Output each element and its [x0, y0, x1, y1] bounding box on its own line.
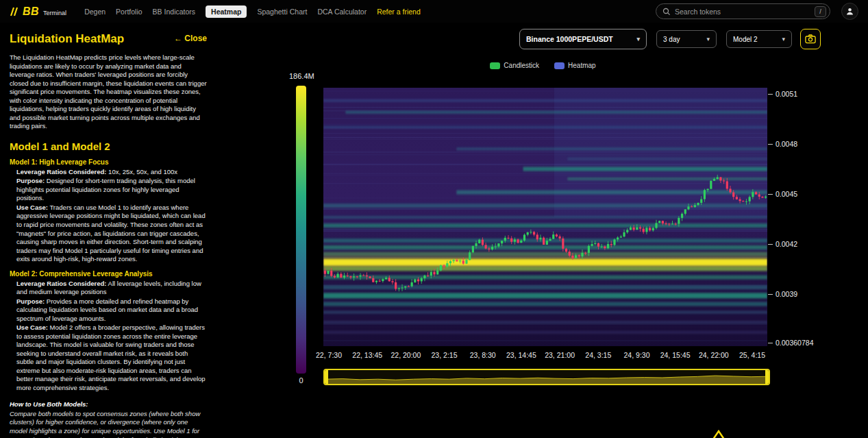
y-axis-tick-mark: [768, 343, 773, 343]
y-axis-tick-mark: [768, 294, 773, 295]
model2-heading: Model 2: Comprehensive Leverage Analysis: [10, 270, 207, 278]
x-axis-tick-label: 22, 7:30: [316, 351, 342, 359]
model1-heading: Model 1: High Leverage Focus: [10, 158, 207, 166]
nav-item-refer-a-friend[interactable]: Refer a friend: [377, 8, 421, 16]
x-axis-tick-label: 23, 21:00: [545, 351, 575, 359]
legend: CandlestickHeatmap: [218, 62, 868, 69]
heatmap-chart[interactable]: [323, 88, 767, 346]
model2-items: Leverage Ratios Considered: All leverage…: [10, 280, 207, 393]
logo-subtext: Terminal: [43, 10, 66, 16]
bb-watermark-icon: [694, 422, 749, 438]
legend-item-candlestick[interactable]: Candlestick: [490, 62, 539, 69]
y-axis-tick-mark: [768, 144, 773, 145]
model-bullet: Use Case: Model 2 offers a broader persp…: [16, 324, 207, 392]
model-bullet: Use Case: Traders can use Model 1 to ide…: [16, 204, 207, 264]
search-icon: [662, 8, 671, 16]
chevron-down-icon: ▾: [636, 36, 640, 42]
legend-label: Heatmap: [568, 62, 596, 69]
howto-heading: How to Use Both Models:: [10, 400, 207, 408]
intro-text: The Liquidation HeatMap predicts price l…: [10, 53, 207, 131]
nav-items: DegenPortfolioBB IndicatorsHeatmapSpaghe…: [84, 5, 421, 18]
model-bullet: Purpose: Provides a more detailed and re…: [16, 297, 207, 324]
nav-item-dca-calculator[interactable]: DCA Calculator: [317, 8, 367, 16]
colorbar: [296, 86, 306, 374]
x-axis-tick-label: 23, 2:15: [432, 351, 458, 359]
y-axis-tick-label: 0.00360784: [776, 339, 813, 347]
logo-text: BB: [23, 5, 39, 18]
nav-item-bb-indicators[interactable]: BB Indicators: [153, 8, 195, 16]
search-input[interactable]: [675, 8, 810, 16]
y-axis-tick-label: 0.0048: [776, 140, 797, 148]
search-shortcut-badge: /: [815, 6, 826, 17]
x-axis-tick-label: 24, 22:00: [699, 351, 729, 359]
nav-item-spaghetti-chart[interactable]: Spaghetti Chart: [257, 8, 307, 16]
model-bullet: Leverage Ratios Considered: 10x, 25x, 50…: [16, 168, 207, 177]
chevron-down-icon: ▾: [706, 36, 710, 42]
x-axis-tick-label: 23, 8:30: [470, 351, 496, 359]
pair-select-value: Binance 1000PEPE/USDT: [526, 35, 613, 43]
timeframe-select-value: 3 day: [663, 36, 680, 43]
chart-area: Binance 1000PEPE/USDT ▾ 3 day ▾ Model 2 …: [218, 23, 868, 438]
x-axis-tick-label: 25, 4:15: [739, 351, 765, 359]
user-icon: [845, 7, 854, 16]
y-axis-tick-label: 0.0042: [776, 240, 797, 248]
legend-label: Candlestick: [504, 62, 539, 69]
models-heading: Model 1 and Model 2: [10, 141, 207, 152]
colorbar-min-label: 0: [296, 376, 306, 385]
timeframe-select[interactable]: 3 day ▾: [656, 30, 717, 48]
x-axis-tick-label: 24, 15:45: [660, 351, 691, 359]
nav-item-degen[interactable]: Degen: [84, 8, 106, 16]
bb-logo[interactable]: BB Terminal: [10, 5, 66, 18]
model-bullet: Purpose: Designed for short-term trading…: [16, 177, 207, 203]
top-nav: BB Terminal DegenPortfolioBB IndicatorsH…: [0, 0, 868, 23]
y-axis-tick-label: 0.0051: [776, 90, 797, 98]
howto-text: Compare both models to spot consensus zo…: [10, 410, 207, 438]
legend-swatch: [554, 62, 565, 69]
x-axis-tick-label: 22, 13:45: [352, 351, 382, 359]
model-select[interactable]: Model 2 ▾: [726, 30, 792, 48]
nav-item-portfolio[interactable]: Portfolio: [116, 8, 142, 16]
model-bullet: Leverage Ratios Considered: All leverage…: [16, 280, 207, 297]
search-box[interactable]: /: [656, 3, 830, 19]
y-axis-tick-label: 0.0045: [776, 190, 797, 198]
bb-logo-icon: [10, 7, 20, 16]
screenshot-button[interactable]: [800, 29, 821, 49]
x-axis-tick-label: 24, 9:30: [624, 351, 650, 359]
model1-items: Leverage Ratios Considered: 10x, 25x, 50…: [10, 168, 207, 264]
avatar[interactable]: [841, 3, 858, 20]
pair-select[interactable]: Binance 1000PEPE/USDT ▾: [519, 29, 647, 49]
colorbar-max-label: 186.4M: [289, 72, 314, 80]
legend-swatch: [490, 62, 500, 69]
x-axis-tick-label: 24, 3:15: [585, 351, 611, 359]
navigator-chart: [325, 370, 769, 384]
navigator-handle-left[interactable]: [325, 370, 328, 384]
y-axis-tick-label: 0.0039: [776, 290, 797, 298]
close-button[interactable]: ← Close: [174, 34, 207, 43]
nav-item-heatmap[interactable]: Heatmap: [206, 5, 247, 18]
legend-item-heatmap[interactable]: Heatmap: [554, 62, 596, 69]
y-axis-tick-mark: [768, 244, 773, 245]
chevron-down-icon: ▾: [782, 36, 785, 42]
x-axis-tick-label: 23, 14:45: [506, 351, 536, 359]
sidebar-panel: Liquidation HeatMap ← Close The Liquidat…: [0, 23, 218, 438]
navigator-handle-right[interactable]: [765, 370, 769, 384]
y-axis-tick-mark: [768, 94, 773, 95]
model-select-value: Model 2: [733, 36, 758, 43]
page-title: Liquidation HeatMap: [10, 32, 124, 46]
x-axis-tick-label: 22, 20:00: [390, 351, 421, 359]
y-axis-tick-mark: [768, 194, 773, 195]
range-navigator[interactable]: [323, 369, 770, 385]
camera-icon: [805, 34, 816, 44]
